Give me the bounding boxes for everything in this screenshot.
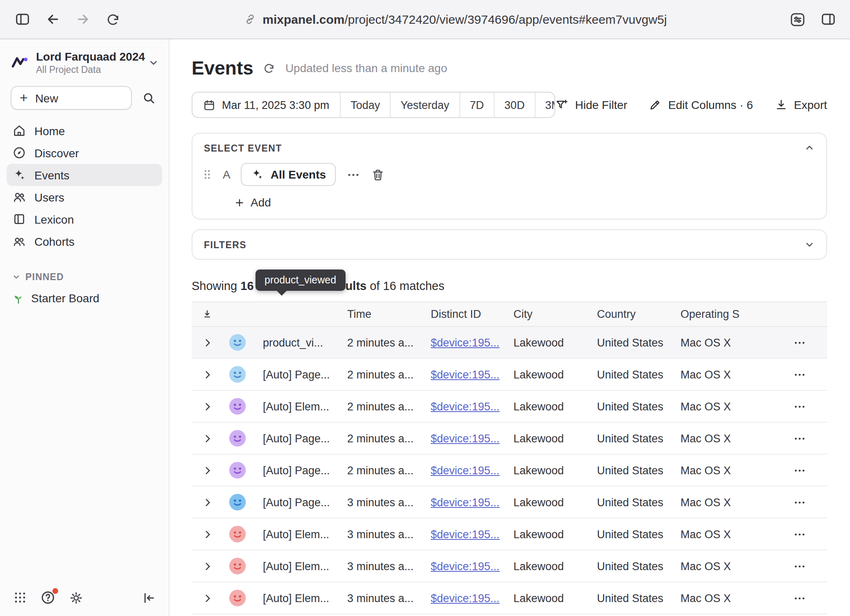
event-options-button[interactable]: [346, 168, 360, 181]
help-icon[interactable]: [40, 590, 56, 605]
row-menu-button[interactable]: [793, 368, 806, 380]
address-bar[interactable]: mixpanel.com/project/3472420/view/397469…: [134, 12, 776, 26]
event-selector-button[interactable]: All Events: [241, 163, 336, 186]
sidebar-item-users[interactable]: Users: [7, 186, 162, 208]
row-menu-button[interactable]: [793, 464, 806, 476]
range-3m[interactable]: 3M: [535, 93, 555, 117]
new-button[interactable]: + New: [11, 86, 132, 110]
table-row[interactable]: [Auto] Page...2 minutes a...$device:195.…: [192, 423, 827, 455]
table-row[interactable]: [Auto] Elem...3 minutes a...$device:195.…: [192, 550, 827, 582]
pinned-item-starter-board[interactable]: Starter Board: [0, 288, 169, 309]
filters-header[interactable]: FILTERS: [192, 230, 826, 259]
table-row[interactable]: [Auto] Elem...3 minutes a...$device:195.…: [192, 519, 827, 550]
select-event-header[interactable]: SELECT EVENT: [192, 134, 826, 162]
col-time[interactable]: Time: [347, 308, 431, 320]
export-label: Export: [794, 98, 827, 111]
select-event-title: SELECT EVENT: [204, 143, 282, 153]
distinct-id-link[interactable]: $device:195...: [431, 560, 500, 572]
table-body: product_vi...2 minutes a...$device:195..…: [192, 327, 827, 616]
export-button[interactable]: Export: [774, 98, 827, 111]
browser-page-settings-icon[interactable]: [789, 10, 807, 28]
pencil-icon: [649, 98, 662, 111]
range-today[interactable]: Today: [341, 93, 391, 117]
event-country: United States: [597, 560, 680, 572]
table-row[interactable]: product_vi...2 minutes a...$device:195..…: [192, 327, 827, 359]
event-city: Lakewood: [513, 400, 597, 412]
table-row[interactable]: [Auto] Elem...3 minutes a...$device:195.…: [192, 582, 827, 614]
expand-row-button[interactable]: [202, 337, 212, 348]
refresh-data-button[interactable]: [263, 62, 276, 74]
url-domain: mixpanel.com: [262, 12, 344, 26]
expand-row-button[interactable]: [202, 401, 212, 412]
event-country: United States: [597, 336, 680, 349]
scroll-to-latest-icon[interactable]: [192, 308, 223, 320]
browser-sidebar-toggle-icon[interactable]: [13, 10, 31, 28]
search-button[interactable]: [139, 88, 159, 108]
project-selector[interactable]: Lord Farquaad 2024 All Project Data: [0, 39, 169, 81]
range-30d[interactable]: 30D: [495, 93, 536, 117]
event-os: Mac OS X: [680, 336, 772, 349]
distinct-id-link[interactable]: $device:195...: [431, 336, 500, 349]
distinct-id-link[interactable]: $device:195...: [431, 496, 500, 508]
row-menu-button[interactable]: [793, 496, 806, 508]
discover-icon: [12, 146, 26, 160]
row-menu-button[interactable]: [793, 528, 806, 540]
event-name-tooltip: product_viewed: [255, 270, 345, 291]
event-time: 2 minutes a...: [347, 464, 431, 476]
event-avatar-icon: [228, 333, 246, 351]
row-menu-button[interactable]: [793, 592, 806, 604]
distinct-id-link[interactable]: $device:195...: [431, 528, 500, 540]
date-picker[interactable]: Mar 11, 2025 3:30 pm: [192, 93, 341, 117]
col-distinct-id[interactable]: Distinct ID: [431, 308, 513, 320]
distinct-id-link[interactable]: $device:195...: [431, 592, 500, 604]
refresh-button[interactable]: [104, 10, 122, 28]
table-row[interactable]: [Auto] Elem...4 minutes a...$device:195.…: [192, 614, 827, 616]
row-menu-button[interactable]: [793, 336, 806, 349]
range-yesterday[interactable]: Yesterday: [391, 93, 460, 117]
distinct-id-link[interactable]: $device:195...: [431, 368, 500, 380]
sidebar-item-cohorts[interactable]: Cohorts: [7, 230, 162, 252]
hide-filter-button[interactable]: Hide Filter: [556, 98, 628, 111]
event-name: [Auto] Elem...: [251, 528, 347, 540]
expand-row-button[interactable]: [202, 529, 212, 539]
row-menu-button[interactable]: [793, 400, 806, 412]
distinct-id-link[interactable]: $device:195...: [431, 464, 500, 476]
table-row[interactable]: [Auto] Page...2 minutes a...$device:195.…: [192, 359, 827, 391]
table-row[interactable]: [Auto] Page...3 minutes a...$device:195.…: [192, 487, 827, 519]
gear-icon[interactable]: [68, 590, 84, 605]
edit-columns-button[interactable]: Edit Columns · 6: [649, 98, 753, 111]
row-menu-button[interactable]: [793, 432, 806, 444]
drag-handle-icon[interactable]: [202, 169, 212, 180]
expand-row-button[interactable]: [202, 593, 212, 603]
row-menu-button[interactable]: [793, 560, 806, 572]
calendar-icon: [203, 99, 215, 111]
sidebar-item-lexicon[interactable]: Lexicon: [7, 208, 162, 230]
expand-row-button[interactable]: [202, 433, 212, 444]
col-os[interactable]: Operating S: [680, 308, 772, 320]
col-country[interactable]: Country: [597, 308, 680, 320]
table-row[interactable]: [Auto] Elem...2 minutes a...$device:195.…: [192, 391, 827, 423]
seedling-icon: [12, 292, 25, 304]
col-city[interactable]: City: [513, 308, 597, 320]
event-name: [Auto] Page...: [251, 464, 347, 476]
sidebar-item-events[interactable]: Events: [7, 164, 162, 186]
forward-button[interactable]: [74, 10, 92, 28]
table-row[interactable]: [Auto] Page...2 minutes a...$device:195.…: [192, 455, 827, 487]
distinct-id-link[interactable]: $device:195...: [431, 432, 500, 444]
date-value: Mar 11, 2025 3:30 pm: [222, 99, 329, 111]
expand-row-button[interactable]: [202, 497, 212, 507]
trash-icon[interactable]: [371, 168, 385, 181]
pinned-section-header[interactable]: PINNED: [0, 252, 169, 288]
expand-row-button[interactable]: [202, 561, 212, 571]
back-button[interactable]: [43, 10, 61, 28]
sidebar-item-discover[interactable]: Discover: [7, 142, 162, 164]
expand-row-button[interactable]: [202, 465, 212, 476]
sidebar-item-home[interactable]: Home: [7, 120, 162, 142]
collapse-sidebar-icon[interactable]: [141, 590, 156, 605]
apps-grid-icon[interactable]: [12, 590, 28, 605]
add-event-button[interactable]: Add: [234, 196, 826, 209]
expand-row-button[interactable]: [202, 369, 212, 380]
range-7d[interactable]: 7D: [460, 93, 495, 117]
distinct-id-link[interactable]: $device:195...: [431, 400, 500, 412]
browser-panel-toggle-icon[interactable]: [819, 10, 837, 28]
